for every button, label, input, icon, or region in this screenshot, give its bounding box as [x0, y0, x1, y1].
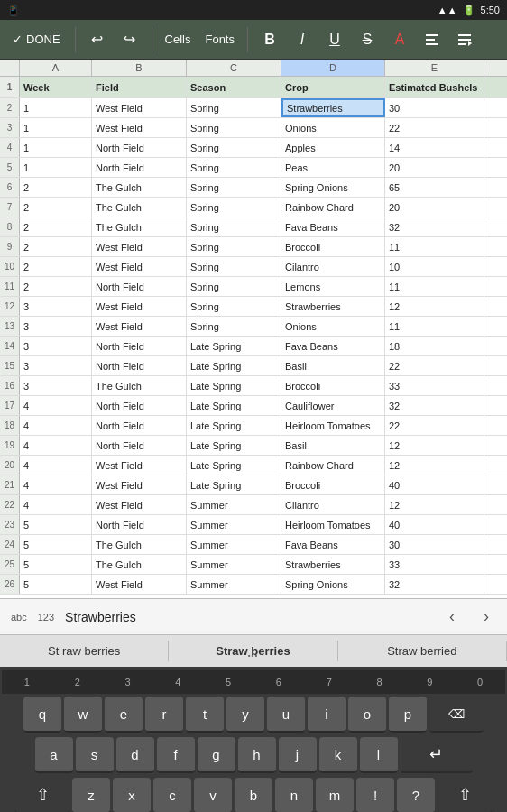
cell-11-b[interactable]: North Field	[92, 277, 187, 296]
cell-20-d[interactable]: Rainbow Chard	[281, 456, 385, 475]
cell-7-a[interactable]: 2	[20, 198, 92, 217]
cell-26-d[interactable]: Spring Onions	[281, 575, 385, 594]
cell-7-e[interactable]: 20	[385, 198, 484, 217]
key-m[interactable]: m	[316, 778, 354, 812]
cell-17-e[interactable]: 32	[385, 396, 484, 415]
cell-2-d[interactable]: Strawberries	[281, 98, 385, 117]
cell-17-b[interactable]: North Field	[92, 396, 187, 415]
key-p[interactable]: p	[389, 697, 427, 733]
cell-22-a[interactable]: 4	[20, 495, 92, 514]
cell-20-b[interactable]: West Field	[92, 456, 187, 475]
cell-4-e[interactable]: 14	[385, 138, 484, 157]
cell-12-c[interactable]: Spring	[187, 297, 281, 316]
cell-16-b[interactable]: The Gulch	[92, 376, 187, 395]
cell-24-c[interactable]: Summer	[187, 535, 281, 554]
num-key-8[interactable]: 8	[355, 672, 405, 692]
highlight-button[interactable]: A	[385, 25, 414, 54]
cell-21-e[interactable]: 40	[385, 475, 484, 494]
done-button[interactable]: ✓ DONE	[5, 29, 68, 50]
key-v[interactable]: v	[194, 778, 232, 812]
key-u[interactable]: u	[267, 697, 305, 733]
cell-7-b[interactable]: The Gulch	[92, 198, 187, 217]
cell-19-e[interactable]: 12	[385, 436, 484, 455]
formula-input[interactable]	[65, 610, 431, 624]
cell-8-d[interactable]: Fava Beans	[281, 217, 385, 236]
cell-4-c[interactable]: Spring	[187, 138, 281, 157]
cell-1-a[interactable]: Week	[20, 77, 92, 97]
num-key-7[interactable]: 7	[304, 672, 355, 692]
fonts-button[interactable]: Fonts	[199, 29, 240, 50]
cell-3-e[interactable]: 22	[385, 118, 484, 137]
cell-13-b[interactable]: West Field	[92, 317, 187, 336]
key-y[interactable]: y	[226, 697, 264, 733]
cell-4-d[interactable]: Apples	[281, 138, 385, 157]
cell-5-d[interactable]: Peas	[281, 158, 385, 177]
redo-button[interactable]: ↪	[115, 25, 144, 54]
cell-6-b[interactable]: The Gulch	[92, 178, 187, 197]
cell-20-a[interactable]: 4	[20, 456, 92, 475]
cell-9-c[interactable]: Spring	[187, 237, 281, 256]
autocomplete-item-0[interactable]: St raw berries	[0, 641, 169, 661]
cell-14-d[interactable]: Fava Beans	[281, 337, 385, 355]
key-z[interactable]: z	[72, 778, 110, 812]
cell-5-b[interactable]: North Field	[92, 158, 187, 177]
cell-6-e[interactable]: 65	[385, 178, 484, 197]
cell-24-e[interactable]: 30	[385, 535, 484, 554]
cell-1-e[interactable]: Estimated Bushels	[385, 77, 484, 97]
cell-25-a[interactable]: 5	[20, 555, 92, 574]
col-header-a[interactable]: A	[20, 60, 92, 76]
next-cell-button[interactable]: ›	[473, 604, 500, 631]
cell-20-c[interactable]: Late Spring	[187, 456, 281, 475]
cell-23-c[interactable]: Summer	[187, 515, 281, 534]
cell-15-b[interactable]: North Field	[92, 356, 187, 375]
key-b[interactable]: b	[235, 778, 272, 812]
cell-25-c[interactable]: Summer	[187, 555, 281, 574]
key-n[interactable]: n	[275, 778, 313, 812]
shift-left-key[interactable]: ⇧	[15, 778, 69, 812]
cell-19-b[interactable]: North Field	[92, 436, 187, 455]
cell-10-c[interactable]: Spring	[187, 257, 281, 276]
key-t[interactable]: t	[186, 697, 224, 733]
cell-9-d[interactable]: Broccoli	[281, 237, 385, 256]
key-exclaim[interactable]: !	[356, 778, 394, 812]
cell-18-a[interactable]: 4	[20, 416, 92, 435]
cell-4-a[interactable]: 1	[20, 138, 92, 157]
key-question[interactable]: ?	[397, 778, 435, 812]
cell-6-d[interactable]: Spring Onions	[281, 178, 385, 197]
shift-right-key[interactable]: ⇧	[438, 778, 492, 812]
cell-14-b[interactable]: North Field	[92, 337, 187, 355]
cell-18-d[interactable]: Heirloom Tomatoes	[281, 416, 385, 435]
cell-14-c[interactable]: Late Spring	[187, 337, 281, 355]
key-j[interactable]: j	[279, 737, 317, 773]
key-r[interactable]: r	[145, 697, 183, 733]
autocomplete-item-1[interactable]: Straw berries •••	[169, 641, 337, 661]
num-key-5[interactable]: 5	[203, 672, 254, 692]
cell-16-a[interactable]: 3	[20, 376, 92, 395]
prev-cell-button[interactable]: ‹	[438, 604, 466, 631]
cell-12-e[interactable]: 12	[385, 297, 484, 316]
key-h[interactable]: h	[238, 737, 276, 773]
key-l[interactable]: l	[360, 737, 398, 773]
cell-18-e[interactable]: 22	[385, 416, 484, 435]
cell-18-c[interactable]: Late Spring	[187, 416, 281, 435]
cell-5-e[interactable]: 20	[385, 158, 484, 177]
cell-24-a[interactable]: 5	[20, 535, 92, 554]
cell-12-d[interactable]: Strawberries	[281, 297, 385, 316]
cell-7-d[interactable]: Rainbow Chard	[281, 198, 385, 217]
cell-13-a[interactable]: 3	[20, 317, 92, 336]
cell-10-d[interactable]: Cilantro	[281, 257, 385, 276]
cell-13-e[interactable]: 11	[385, 317, 484, 336]
italic-button[interactable]: I	[288, 25, 317, 54]
backspace-key[interactable]: ⌫	[429, 697, 484, 733]
cell-26-e[interactable]: 32	[385, 575, 484, 594]
cell-22-b[interactable]: West Field	[92, 495, 187, 514]
cell-5-c[interactable]: Spring	[187, 158, 281, 177]
cell-11-e[interactable]: 11	[385, 277, 484, 296]
strikethrough-button[interactable]: S	[353, 25, 382, 54]
cell-26-b[interactable]: West Field	[92, 575, 187, 594]
cell-16-e[interactable]: 33	[385, 376, 484, 395]
cell-24-b[interactable]: The Gulch	[92, 535, 187, 554]
col-header-c[interactable]: C	[187, 60, 281, 76]
num-key-2[interactable]: 2	[52, 672, 103, 692]
cell-15-a[interactable]: 3	[20, 356, 92, 375]
